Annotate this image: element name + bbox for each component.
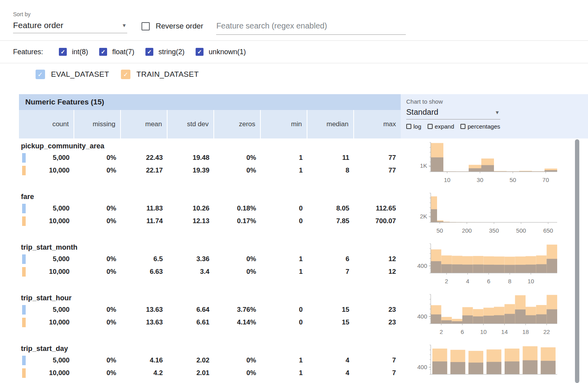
stat-value: 5,000 — [19, 306, 74, 314]
stat-value: 0% — [214, 154, 261, 162]
stat-value: 0 — [261, 319, 307, 326]
column-header: missing — [74, 110, 121, 138]
svg-text:6: 6 — [487, 278, 490, 284]
chart-panel: Chart to show Standard ▾ log expand perc… — [401, 94, 588, 138]
chart-option-checkbox[interactable]: expand — [428, 123, 454, 130]
checkbox-checked-icon: ✓ — [99, 48, 107, 56]
table-title: Numeric Features (15) — [19, 94, 401, 110]
column-header: mean — [121, 110, 168, 138]
stat-value: 19.39 — [168, 167, 214, 174]
feature-search-input[interactable] — [216, 20, 406, 35]
train-dataset-swatch — [22, 267, 26, 277]
stat-value: 6.5 — [121, 255, 168, 263]
svg-text:10: 10 — [444, 176, 450, 183]
reverse-order-checkbox[interactable]: Reverse order — [141, 22, 203, 30]
reverse-order-label: Reverse order — [156, 22, 203, 30]
stat-value: 0% — [74, 167, 121, 174]
dataset-label: TRAIN_DATASET — [136, 70, 199, 79]
feature-histogram: 1K10305070 — [409, 141, 560, 185]
eval-dataset-swatch — [22, 153, 26, 163]
vertical-scrollbar[interactable] — [575, 139, 579, 383]
column-header: median — [307, 110, 354, 138]
stat-value: 6 — [307, 255, 354, 263]
stat-value: 1 — [261, 268, 307, 276]
stat-value: 15 — [307, 319, 354, 326]
feature-type-checkbox[interactable]: ✓ int(8) — [59, 48, 88, 56]
checkbox-unchecked-icon — [141, 22, 150, 30]
stat-value: 13.63 — [121, 319, 168, 326]
svg-text:1K: 1K — [420, 162, 427, 169]
stat-value: 1 — [261, 356, 307, 364]
stat-value: 4.2 — [121, 369, 168, 377]
eval-stats-row: 5,0000%6.53.360%1612 — [19, 253, 401, 265]
feature-name: trip_start_month — [19, 240, 401, 253]
chart-type-value: Standard — [406, 108, 438, 117]
eval-dataset-swatch — [22, 305, 26, 315]
chart-type-select[interactable]: Standard ▾ — [406, 105, 500, 119]
feature-type-filter-row: Features: ✓ int(8) ✓ float(7) ✓ string(2… — [0, 41, 588, 63]
stat-value: 5,000 — [19, 154, 74, 162]
stat-value: 0% — [74, 306, 121, 314]
stat-value: 0% — [74, 356, 121, 364]
svg-text:18: 18 — [522, 328, 529, 335]
toolbar: Sort by Feature order ▾ Reverse order — [0, 0, 588, 41]
svg-text:500: 500 — [516, 227, 526, 234]
stat-value: 7.85 — [307, 217, 354, 225]
stat-value: 11.74 — [121, 217, 168, 225]
sort-by-select[interactable]: Feature order ▾ — [13, 17, 127, 33]
feature-type-checkbox[interactable]: ✓ unknown(1) — [196, 48, 246, 56]
checkbox-checked-icon: ✓ — [59, 48, 67, 56]
feature-type-label: string(2) — [158, 48, 185, 56]
stat-value: 4.16 — [121, 356, 168, 364]
column-header: max — [354, 110, 401, 138]
feature-type-checkbox[interactable]: ✓ float(7) — [99, 48, 134, 56]
chart-option-label: percentages — [467, 123, 500, 130]
svg-text:400: 400 — [417, 313, 427, 320]
stat-value: 0% — [214, 356, 261, 364]
svg-text:10: 10 — [480, 328, 487, 335]
svg-text:200: 200 — [462, 227, 472, 234]
chart-option-checkbox[interactable]: log — [406, 123, 421, 130]
stat-value: 0% — [74, 255, 121, 263]
feature-name: fare — [19, 189, 401, 202]
feature-name: trip_start_hour — [19, 290, 401, 303]
checkbox-unchecked-icon — [428, 124, 433, 129]
stat-value: 22.43 — [121, 154, 168, 162]
stat-value: 10,000 — [19, 217, 74, 225]
stat-value: 77 — [354, 167, 401, 174]
stat-value: 1 — [261, 167, 307, 174]
column-header: min — [261, 110, 307, 138]
feature-type-label: int(8) — [72, 48, 88, 56]
svg-text:50: 50 — [437, 227, 443, 234]
stat-value: 5,000 — [19, 255, 74, 263]
feature-row: trip_start_hour 5,0000%13.636.643.76%015… — [19, 290, 588, 341]
feature-type-checkbox[interactable]: ✓ string(2) — [145, 48, 185, 56]
column-header: count — [19, 110, 74, 138]
stat-value: 2.02 — [168, 356, 214, 364]
eval-stats-row: 5,0000%4.162.020%147 — [19, 354, 401, 367]
train-dataset-swatch — [22, 216, 26, 226]
svg-text:350: 350 — [489, 227, 499, 234]
dataset-label: EVAL_DATASET — [51, 70, 109, 79]
train-dataset-swatch — [22, 166, 26, 175]
column-header: zeros — [214, 110, 261, 138]
svg-text:50: 50 — [509, 176, 516, 183]
stat-value: 7 — [354, 369, 401, 377]
dataset-legend: ✓ EVAL_DATASET ✓ TRAIN_DATASET — [0, 63, 588, 85]
svg-text:30: 30 — [477, 176, 483, 183]
feature-name: pickup_community_area — [19, 138, 401, 152]
stat-value: 0% — [214, 167, 261, 174]
dataset-checkbox[interactable]: ✓ EVAL_DATASET — [36, 70, 109, 79]
feature-row: pickup_community_area 5,0000%22.4319.480… — [19, 138, 588, 189]
svg-text:2: 2 — [445, 278, 448, 284]
dataset-checkbox[interactable]: ✓ TRAIN_DATASET — [121, 70, 199, 79]
svg-text:14: 14 — [501, 328, 508, 335]
stat-value: 1 — [261, 154, 307, 162]
stat-value: 13.63 — [121, 306, 168, 314]
features-label: Features: — [13, 48, 43, 56]
checkbox-checked-icon: ✓ — [196, 48, 204, 56]
chart-option-checkbox[interactable]: percentages — [460, 123, 500, 130]
chart-option-label: expand — [435, 123, 454, 130]
stat-value: 5,000 — [19, 205, 74, 212]
stat-value: 0.18% — [214, 205, 261, 212]
